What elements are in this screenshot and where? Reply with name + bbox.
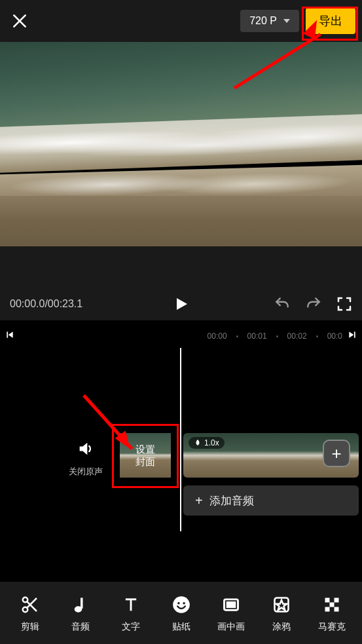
svg-point-17 xyxy=(183,601,185,604)
tool-label: 马赛克 xyxy=(318,621,346,633)
svg-point-8 xyxy=(23,607,28,612)
playhead[interactable] xyxy=(180,348,181,531)
timecode: 00:00.0/00:23.1 xyxy=(10,298,82,310)
video-preview[interactable] xyxy=(0,42,362,246)
svg-rect-12 xyxy=(81,597,83,608)
svg-rect-25 xyxy=(325,607,329,611)
fullscreen-button[interactable] xyxy=(336,296,352,312)
fullscreen-icon xyxy=(336,296,352,312)
play-icon xyxy=(173,295,189,313)
svg-rect-22 xyxy=(325,597,329,602)
add-audio-label: 添加音频 xyxy=(209,493,254,508)
music-note-icon xyxy=(71,596,90,614)
tool-audio[interactable]: 音频 xyxy=(56,594,106,633)
rocket-icon xyxy=(194,439,202,447)
svg-point-7 xyxy=(23,597,28,602)
tool-edit[interactable]: 剪辑 xyxy=(5,594,56,633)
close-button[interactable] xyxy=(7,8,33,34)
svg-marker-2 xyxy=(177,298,187,310)
add-audio-button[interactable]: + 添加音频 xyxy=(183,485,359,516)
pip-icon xyxy=(222,596,240,614)
svg-rect-23 xyxy=(334,597,338,602)
tool-sticker[interactable]: 贴纸 xyxy=(156,594,206,633)
scissors-icon xyxy=(20,595,40,615)
timeline: 00:00 00:01 00:02 00:0 关闭原声 设置 封面 1.0x xyxy=(0,324,362,531)
chevron-down-icon xyxy=(283,19,290,23)
cover-label: 封面 xyxy=(136,455,155,468)
time-ruler: 00:00 00:01 00:02 00:0 xyxy=(0,331,362,341)
tool-label: 涂鸦 xyxy=(272,621,291,633)
bottom-toolbar: 剪辑 音频 文字 贴纸 画中画 涂鸦 马赛克 xyxy=(0,582,362,644)
svg-rect-26 xyxy=(334,607,338,611)
mute-label: 关闭原声 xyxy=(69,466,103,478)
svg-point-15 xyxy=(173,596,190,613)
export-label: 导出 xyxy=(319,14,342,28)
plus-icon: + xyxy=(331,444,341,464)
cover-label: 设置 xyxy=(136,443,155,456)
tool-label: 文字 xyxy=(122,621,140,633)
undo-icon xyxy=(274,295,291,313)
svg-marker-21 xyxy=(276,600,287,610)
playback-controls: 00:00.0/00:23.1 xyxy=(0,288,362,320)
svg-rect-19 xyxy=(227,602,235,607)
add-clip-button[interactable]: + xyxy=(323,440,350,467)
redo-icon xyxy=(305,295,322,313)
svg-point-16 xyxy=(177,601,180,604)
tool-mosaic[interactable]: 马赛克 xyxy=(306,594,357,633)
smile-icon xyxy=(172,596,190,614)
speaker-icon xyxy=(77,440,95,458)
tool-label: 贴纸 xyxy=(172,621,190,633)
speed-badge: 1.0x xyxy=(189,437,225,449)
tool-label: 剪辑 xyxy=(21,621,39,633)
tool-pip[interactable]: 画中画 xyxy=(206,594,257,633)
undo-button[interactable] xyxy=(274,295,291,313)
resolution-label: 720 P xyxy=(249,15,277,27)
mosaic-icon xyxy=(323,596,341,614)
text-icon xyxy=(122,596,140,614)
tool-label: 音频 xyxy=(71,621,90,633)
redo-button[interactable] xyxy=(305,295,322,313)
tool-label: 画中画 xyxy=(217,621,245,633)
tool-text[interactable]: 文字 xyxy=(105,594,156,633)
resolution-select[interactable]: 720 P xyxy=(240,10,299,32)
svg-rect-24 xyxy=(329,602,334,607)
tool-doodle[interactable]: 涂鸦 xyxy=(257,594,307,633)
plus-icon: + xyxy=(195,493,203,508)
star-icon xyxy=(272,596,291,614)
play-button[interactable] xyxy=(173,295,189,313)
mute-original-button[interactable] xyxy=(69,440,103,461)
close-icon xyxy=(11,12,28,29)
